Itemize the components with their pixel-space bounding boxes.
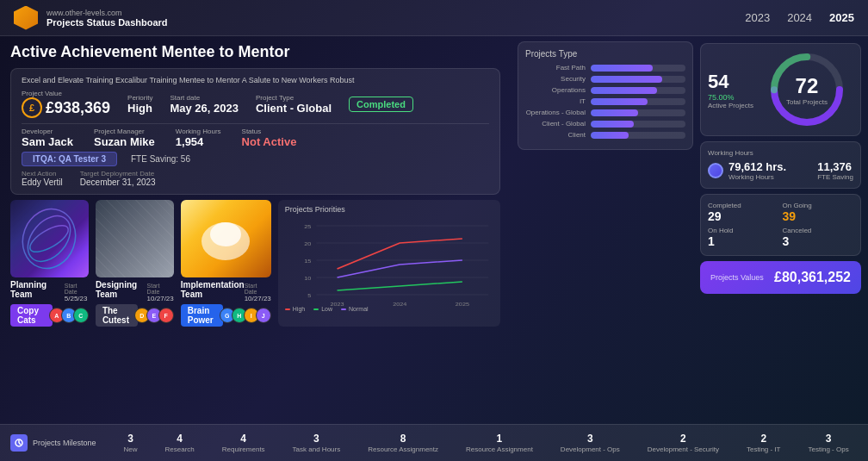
year-2023[interactable]: 2023 — [745, 11, 770, 24]
priorities-chart: Projects Priorities 25 20 15 — [278, 200, 500, 327]
header-title: Projects Status Dashboard — [46, 17, 168, 28]
project-card: Excel and Elevate Training Excalibur Tra… — [10, 68, 500, 195]
milestone-icon — [10, 434, 28, 452]
bar-fastpath: Fast Path — [525, 64, 685, 72]
milestone-tops-lbl: Testing - Ops — [809, 445, 849, 453]
ongoing-cell-value: 39 — [783, 209, 854, 223]
milestone-devops-num: 3 — [587, 433, 593, 445]
pm-value: Suzan Mike — [94, 135, 155, 148]
milestone-ra-num: 8 — [400, 433, 406, 445]
planning-info: Planning Team Start Date 5/25/23 — [10, 280, 89, 302]
completed-cell-value: 29 — [708, 209, 779, 223]
milestone-testing-ops: 3 Testing - Ops — [809, 433, 849, 453]
bar-label-it: IT — [525, 97, 586, 105]
milestone-resource-assignment: 1 Resource Assignment — [466, 433, 533, 453]
fte-value: 11,376 — [817, 160, 853, 173]
copy-cats-badge: Copy Cats — [10, 304, 53, 327]
planning-team-name: Planning Team — [10, 280, 65, 299]
next-action-label: Next Action — [22, 170, 63, 178]
project-subtitle: Excel and Elevate Training Excalibur Tra… — [22, 76, 489, 84]
svg-point-0 — [15, 204, 84, 273]
right-panel: 54 75.00% Active Projects 72 Total Proje… — [700, 36, 868, 424]
pattern-grid — [96, 200, 174, 277]
milestone-research: 4 Research — [165, 433, 195, 453]
milestone-task-hours: 3 Task and Hours — [293, 433, 341, 453]
milestone-research-num: 4 — [177, 433, 183, 445]
bar-track-client-global — [591, 121, 685, 128]
wh-row: 79,612 hrs. Working Hours 11,376 FTE Sav… — [708, 160, 853, 181]
planning-footer: Copy Cats A B C — [10, 304, 89, 327]
planning-decorative — [10, 200, 89, 277]
svg-text:25: 25 — [304, 224, 311, 229]
completed-badge: Completed — [349, 97, 413, 112]
brain-power-badge: Brain Power — [181, 304, 223, 327]
header-url: www.other-levels.com — [46, 9, 168, 17]
impl-date-group: Start Date 10/27/23 — [245, 283, 271, 302]
project-type-stat: Project Type Client - Global — [256, 94, 332, 115]
milestone-research-lbl: Research — [165, 445, 195, 453]
planning-team-visual — [10, 200, 89, 277]
milestone-ra2-lbl: Resource Assignment — [466, 445, 533, 453]
impl-team-name: Implementation Team — [181, 280, 245, 299]
status-label: Status — [242, 128, 297, 135]
bar-track-fastpath — [591, 65, 685, 72]
svg-point-1 — [20, 208, 79, 270]
avatar-6: F — [158, 308, 174, 323]
svg-text:10: 10 — [304, 276, 311, 281]
planning-team-card: Planning Team Start Date 5/25/23 Copy Ca… — [10, 200, 89, 327]
onhold-cell-value: 1 — [708, 234, 779, 248]
wh-stat: Working Hours 1,954 — [176, 128, 221, 148]
svg-point-4 — [210, 222, 241, 246]
globe-icon — [708, 163, 723, 178]
developer-stat: Developer Sam Jack — [22, 128, 73, 148]
big-number: 54 — [708, 71, 753, 93]
chart-area: 25 20 15 10 5 2023 2024 2025 — [285, 217, 493, 303]
itqa-row: ITQA: QA Tester 3 FTE Saving: 56 — [22, 152, 489, 166]
designing-decorative — [96, 200, 174, 277]
total-projects-text: 72 Total Projects — [768, 51, 846, 128]
projects-type-title: Projects Type — [525, 49, 685, 59]
designing-date-group: Start Date 10/27/23 — [147, 283, 174, 302]
milestone-task-lbl: Task and Hours — [293, 445, 341, 453]
active-label: Active Projects — [708, 102, 753, 109]
impl-footer: Brain Power G H I J — [181, 304, 271, 327]
year-2024[interactable]: 2024 — [787, 11, 812, 24]
start-date-value: May 26, 2023 — [170, 102, 239, 115]
header-years: 2023 2024 2025 — [745, 11, 854, 24]
next-action-value: Eddy Vertil — [22, 178, 63, 187]
avatar-10: J — [256, 308, 271, 323]
milestone-new: 3 New — [124, 433, 138, 453]
bar-it: IT — [525, 97, 685, 105]
impl-avatars: G H I J — [223, 308, 271, 323]
dashboard: www.other-levels.com Projects Status Das… — [0, 0, 868, 461]
bar-ops-global: Operations - Global — [525, 109, 685, 116]
value-with-icon: £ £938,369 — [22, 97, 110, 118]
project-value-card: Projects Values £80,361,252 — [700, 261, 861, 294]
wh-card-title: Working Hours — [708, 149, 853, 157]
canceled-cell: Canceled 3 — [783, 227, 854, 248]
wh-value: 1,954 — [176, 135, 221, 148]
milestone-testing-it: 2 Testing - IT — [747, 433, 781, 453]
implementation-team-card: Implementation Team Start Date 10/27/23 … — [181, 200, 271, 327]
svg-point-2 — [27, 221, 72, 257]
milestone-tit-lbl: Testing - IT — [747, 445, 781, 453]
bar-client: Client — [525, 131, 685, 139]
impl-decorative — [181, 200, 271, 277]
fte-label: FTE Saving — [817, 173, 853, 181]
action-row: Next Action Eddy Vertil Target Deploymen… — [22, 170, 489, 187]
milestone-ra2-num: 1 — [497, 433, 503, 445]
svg-line-23 — [19, 443, 21, 445]
designing-info: Designing Team Start Date 10/27/23 — [96, 280, 174, 302]
chart-title: Projects Priorities — [285, 205, 493, 214]
milestone-new-lbl: New — [124, 445, 138, 453]
designing-avatars: D E F — [138, 308, 174, 323]
year-2025[interactable]: 2025 — [829, 11, 854, 24]
milestone-title-text: Projects Milestone — [33, 439, 96, 447]
milestone-resource-assign: 8 Resource Assignmentz — [368, 433, 438, 453]
main-content: Active Achievement Mentee to Mentor Exce… — [0, 36, 868, 424]
cutest-badge: The Cutest — [96, 304, 138, 327]
wh-hours-value: 79,612 hrs. — [728, 160, 786, 173]
wh-hours-item: 79,612 hrs. Working Hours — [728, 160, 786, 181]
image-cards: Planning Team Start Date 5/25/23 Copy Ca… — [10, 200, 271, 327]
itqa-badge: ITQA: QA Tester 3 — [22, 152, 117, 166]
